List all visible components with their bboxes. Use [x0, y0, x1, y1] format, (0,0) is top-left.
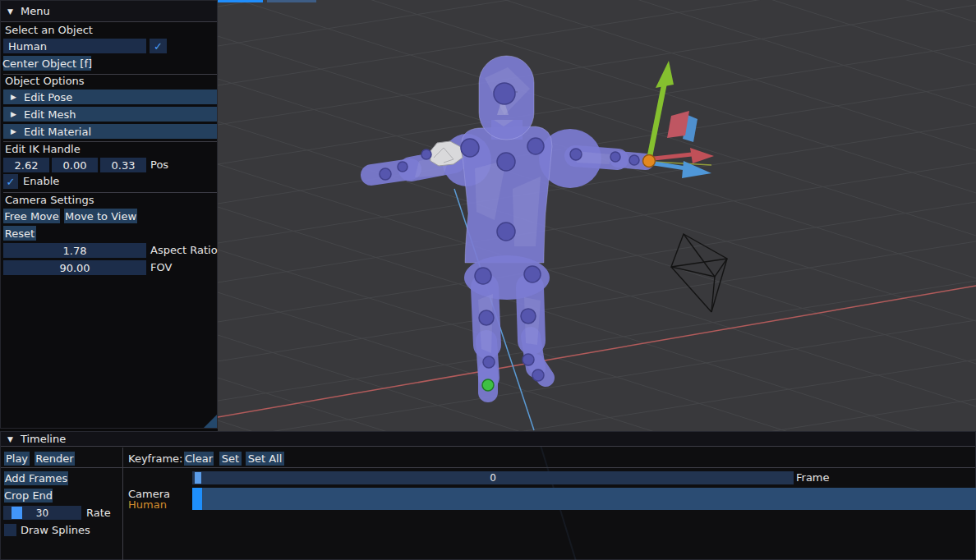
- draw-splines-label: Draw Splines: [21, 525, 90, 536]
- timeline-title: Timeline: [21, 433, 66, 445]
- play-button[interactable]: Play: [4, 452, 30, 466]
- keyframe-track-area[interactable]: [192, 488, 976, 510]
- separator: [1, 467, 975, 468]
- separator: [1, 446, 975, 447]
- fov-input[interactable]: 90.00: [3, 260, 146, 275]
- gizmo-plane-handles[interactable]: [667, 111, 697, 142]
- add-frames-button[interactable]: Add Frames: [4, 471, 68, 485]
- frame-label: Frame: [796, 472, 830, 484]
- separator: [3, 192, 217, 193]
- object-options-label: Object Options: [5, 76, 85, 87]
- ik-pos-y-input[interactable]: 0.00: [52, 158, 98, 172]
- keyframe-label: Keyframe:: [128, 453, 183, 465]
- keyframe-set-button[interactable]: Set: [219, 452, 242, 466]
- keyframe-clear-button[interactable]: Clear: [184, 452, 214, 466]
- human-figure[interactable]: [371, 56, 646, 392]
- aspect-ratio-label: Aspect Ratio: [150, 245, 218, 256]
- dock-tab-active[interactable]: [218, 0, 263, 2]
- track-label-human: Human: [128, 499, 167, 511]
- rate-slider-grab[interactable]: [12, 507, 22, 519]
- move-to-view-button[interactable]: Move to View: [64, 209, 137, 223]
- frame-slider-grab[interactable]: [195, 472, 201, 484]
- x-axis-line: [218, 286, 976, 417]
- ik-enable-label: Enable: [23, 176, 59, 187]
- expand-icon: ▶: [11, 110, 16, 118]
- keyframe-set-all-button[interactable]: Set All: [246, 452, 284, 466]
- free-move-button[interactable]: Free Move: [3, 209, 60, 223]
- expand-icon: ▶: [11, 127, 16, 135]
- menu-titlebar[interactable]: ▼ Menu: [1, 1, 217, 21]
- gizmo-x-arrow[interactable]: [654, 148, 714, 163]
- edit-mesh-header[interactable]: ▶ Edit Mesh: [3, 107, 217, 122]
- viewport-3d[interactable]: [218, 0, 976, 433]
- ik-pos-z-input[interactable]: 0.33: [100, 158, 146, 172]
- select-object-label: Select an Object: [5, 25, 93, 36]
- object-visible-checkbox[interactable]: ✓: [150, 39, 167, 53]
- selected-foot-marker[interactable]: [482, 379, 494, 391]
- separator: [3, 141, 217, 142]
- dock-tab-inactive[interactable]: [267, 0, 316, 2]
- separator: [1, 21, 217, 22]
- separator: [122, 448, 123, 560]
- floor-grid: [218, 0, 976, 433]
- render-button[interactable]: Render: [35, 452, 75, 466]
- check-icon: ✓: [7, 177, 16, 187]
- viewport-scene[interactable]: [218, 0, 976, 433]
- draw-splines-checkbox[interactable]: [4, 524, 16, 536]
- edit-pose-header[interactable]: ▶ Edit Pose: [3, 90, 217, 104]
- camera-settings-label: Camera Settings: [5, 195, 94, 206]
- timeline-titlebar[interactable]: ▼ Timeline: [1, 432, 975, 446]
- timeline-window: ▼ Timeline Play Render Keyframe: Clear S…: [0, 431, 976, 560]
- app-root: ▼ Menu Select an Object Human ✓ Center O…: [0, 0, 976, 560]
- crop-end-button[interactable]: Crop End: [4, 489, 53, 503]
- edit-material-header[interactable]: ▶ Edit Material: [3, 124, 217, 139]
- fov-label: FOV: [150, 262, 172, 273]
- gizmo-y-arrow[interactable]: [650, 61, 674, 156]
- expand-icon: ▶: [11, 93, 16, 101]
- menu-collapse-icon[interactable]: ▼: [7, 7, 13, 16]
- ik-handle-label: Edit IK Handle: [5, 144, 81, 155]
- frame-slider[interactable]: 0: [192, 471, 794, 484]
- window-resize-grip[interactable]: [204, 415, 217, 428]
- check-icon: ✓: [154, 41, 163, 52]
- rate-label: Rate: [86, 507, 111, 519]
- menu-title: Menu: [21, 5, 50, 17]
- ik-pos-x-input[interactable]: 2.62: [3, 158, 49, 172]
- gizmo-origin-ball[interactable]: [643, 155, 656, 168]
- timeline-collapse-icon[interactable]: ▼: [7, 435, 13, 443]
- reset-button[interactable]: Reset: [3, 226, 36, 241]
- translate-gizmo[interactable]: [643, 61, 715, 178]
- rate-slider[interactable]: 30: [3, 506, 81, 520]
- center-object-button[interactable]: Center Object [f]: [3, 56, 91, 71]
- aspect-ratio-input[interactable]: 1.78: [3, 243, 146, 258]
- object-name-input[interactable]: Human: [3, 39, 146, 53]
- menu-window: ▼ Menu Select an Object Human ✓ Center O…: [0, 0, 218, 429]
- timeline-playhead[interactable]: [192, 488, 202, 510]
- ik-pos-label: Pos: [150, 159, 168, 171]
- ik-enable-checkbox[interactable]: ✓: [3, 174, 18, 189]
